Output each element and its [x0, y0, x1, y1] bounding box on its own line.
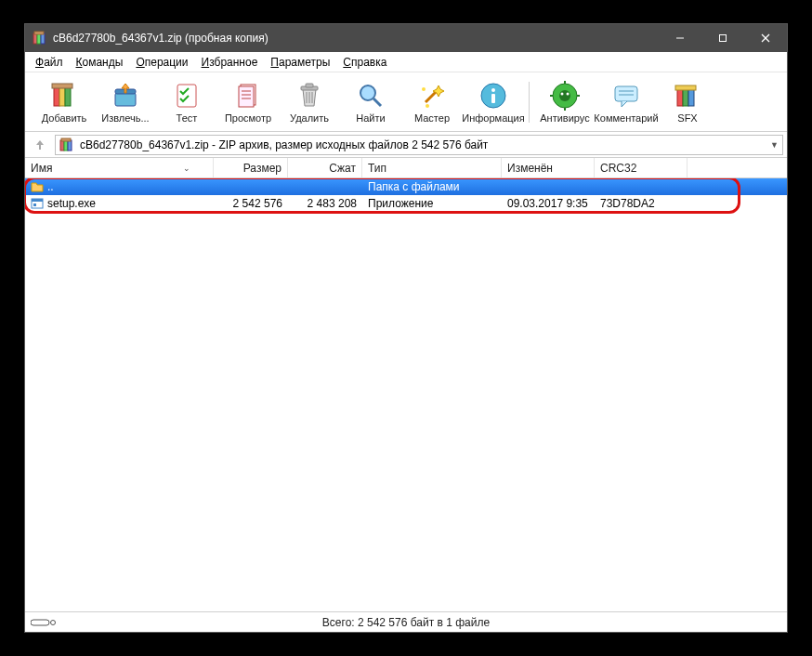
svg-point-56 — [51, 620, 56, 624]
svg-point-36 — [567, 93, 570, 96]
status-icon — [31, 618, 57, 627]
maximize-button[interactable] — [701, 24, 744, 52]
extract-button[interactable]: Извлечь... — [96, 75, 155, 129]
svg-rect-47 — [675, 85, 696, 90]
menu-commands[interactable]: Команды — [70, 54, 130, 71]
svg-line-26 — [373, 98, 381, 106]
svg-point-25 — [360, 85, 375, 100]
sfx-icon — [672, 80, 703, 112]
status-left — [25, 618, 174, 627]
svg-rect-14 — [177, 85, 196, 107]
svg-rect-11 — [52, 84, 72, 88]
status-bar: Всего: 2 542 576 байт в 1 файле — [25, 611, 787, 632]
close-button[interactable] — [744, 24, 787, 52]
svg-rect-16 — [239, 86, 254, 107]
comment-icon — [610, 80, 642, 112]
view-button[interactable]: Просмотр — [218, 75, 278, 129]
test-button[interactable]: Тест — [157, 75, 216, 129]
svg-rect-1 — [37, 33, 41, 44]
view-icon — [232, 80, 264, 112]
svg-rect-41 — [615, 86, 637, 101]
sfx-button[interactable]: SFX — [658, 75, 717, 129]
nav-bar: cB6d27780b_64367v1.zip - ZIP архив, разм… — [25, 132, 787, 158]
svg-rect-48 — [60, 140, 64, 151]
address-bar[interactable]: cB6d27780b_64367v1.zip - ZIP архив, разм… — [55, 135, 783, 155]
menu-file[interactable]: Файл — [29, 54, 70, 71]
svg-rect-49 — [64, 140, 68, 151]
menu-favorites[interactable]: Избранное — [195, 54, 265, 71]
svg-rect-12 — [115, 93, 136, 106]
app-icon — [33, 31, 47, 46]
svg-point-31 — [491, 88, 495, 92]
minimize-button[interactable] — [659, 24, 701, 52]
dropdown-icon[interactable]: ▼ — [770, 140, 779, 150]
address-text: cB6d27780b_64367v1.zip - ZIP архив, разм… — [80, 138, 488, 151]
svg-rect-46 — [688, 89, 694, 106]
antivirus-button[interactable]: Антивирус — [535, 75, 595, 129]
window-title: cB6d27780b_64367v1.zip (пробная копия) — [53, 32, 659, 45]
svg-rect-32 — [491, 94, 495, 103]
svg-rect-50 — [68, 140, 72, 151]
svg-rect-9 — [59, 87, 65, 106]
col-name[interactable]: Имя⌄ — [25, 158, 214, 177]
nav-up-button[interactable] — [29, 135, 51, 155]
svg-rect-44 — [677, 89, 683, 106]
svg-rect-51 — [61, 138, 71, 141]
file-list[interactable]: .. Папка с файлами setup.exe 2 542 576 2… — [25, 178, 787, 611]
antivirus-icon — [549, 80, 581, 112]
svg-rect-8 — [54, 87, 59, 106]
test-icon — [171, 80, 203, 112]
menu-bar: Файл Команды Операции Избранное Параметр… — [25, 52, 787, 72]
books-icon — [48, 80, 80, 112]
extract-icon — [110, 80, 141, 112]
svg-rect-55 — [31, 620, 49, 625]
col-size[interactable]: Размер — [214, 158, 288, 177]
find-button[interactable]: Найти — [341, 75, 400, 129]
info-icon — [478, 80, 509, 112]
svg-rect-5 — [720, 35, 727, 42]
column-headers: Имя⌄ Размер Сжат Тип Изменён CRC32 — [25, 158, 787, 178]
col-type[interactable]: Тип — [362, 158, 502, 177]
svg-point-34 — [559, 90, 570, 101]
menu-parameters[interactable]: Параметры — [264, 54, 336, 71]
archive-icon — [59, 138, 74, 152]
svg-rect-53 — [32, 199, 43, 202]
svg-rect-3 — [34, 32, 44, 34]
file-row[interactable]: setup.exe 2 542 576 2 483 208 Приложение… — [25, 195, 787, 212]
app-window: cB6d27780b_64367v1.zip (пробная копия) Ф… — [24, 23, 788, 633]
col-modified[interactable]: Изменён — [502, 158, 595, 177]
svg-rect-0 — [33, 33, 37, 44]
folder-icon — [31, 180, 44, 193]
trash-icon — [294, 80, 325, 112]
status-summary: Всего: 2 542 576 байт в 1 файле — [174, 616, 638, 629]
svg-rect-10 — [65, 87, 71, 106]
add-button[interactable]: Добавить — [34, 75, 94, 129]
exe-icon — [31, 197, 44, 210]
title-bar[interactable]: cB6d27780b_64367v1.zip (пробная копия) — [25, 24, 787, 52]
search-icon — [355, 80, 386, 112]
wizard-button[interactable]: Мастер — [402, 75, 462, 129]
wizard-icon — [416, 80, 448, 112]
col-crc[interactable]: CRC32 — [595, 158, 688, 177]
svg-rect-2 — [41, 33, 45, 44]
svg-point-28 — [422, 87, 426, 91]
comment-button[interactable]: Комментарий — [596, 75, 656, 129]
col-packed[interactable]: Сжат — [288, 158, 362, 177]
parent-folder-row[interactable]: .. Папка с файлами — [25, 178, 787, 195]
svg-rect-21 — [306, 84, 313, 87]
svg-point-29 — [426, 104, 429, 108]
menu-operations[interactable]: Операции — [129, 54, 194, 71]
svg-point-35 — [561, 93, 564, 96]
toolbar-separator — [529, 82, 530, 123]
svg-rect-45 — [683, 89, 688, 106]
svg-rect-54 — [33, 203, 36, 206]
sort-indicator-icon: ⌄ — [183, 164, 207, 173]
info-button[interactable]: Информация — [464, 75, 523, 129]
menu-help[interactable]: Справка — [336, 54, 393, 71]
delete-button[interactable]: Удалить — [280, 75, 339, 129]
toolbar: Добавить Извлечь... Тест Просмотр Удалит… — [25, 72, 787, 132]
